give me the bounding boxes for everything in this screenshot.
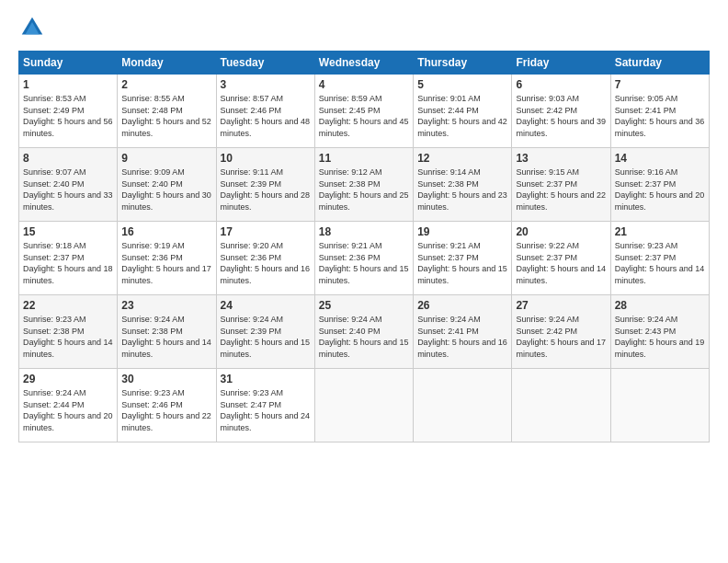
calendar-cell: 11 Sunrise: 9:12 AM Sunset: 2:38 PM Dayl… xyxy=(314,148,413,222)
day-detail: Sunrise: 8:57 AM Sunset: 2:46 PM Dayligh… xyxy=(221,93,311,139)
calendar-cell: 24 Sunrise: 9:24 AM Sunset: 2:39 PM Dayl… xyxy=(216,295,314,369)
day-detail: Sunrise: 9:12 AM Sunset: 2:38 PM Dayligh… xyxy=(319,167,409,213)
day-number: 14 xyxy=(615,152,705,165)
calendar-cell: 27 Sunrise: 9:24 AM Sunset: 2:42 PM Dayl… xyxy=(512,295,610,369)
day-detail: Sunrise: 9:20 AM Sunset: 2:36 PM Dayligh… xyxy=(221,240,311,286)
day-detail: Sunrise: 9:16 AM Sunset: 2:37 PM Dayligh… xyxy=(615,167,705,213)
day-number: 29 xyxy=(23,373,113,385)
calendar-cell: 23 Sunrise: 9:24 AM Sunset: 2:38 PM Dayl… xyxy=(118,295,216,369)
day-detail: Sunrise: 9:24 AM Sunset: 2:42 PM Dayligh… xyxy=(516,314,606,360)
day-detail: Sunrise: 9:19 AM Sunset: 2:36 PM Dayligh… xyxy=(121,240,211,286)
day-detail: Sunrise: 9:07 AM Sunset: 2:40 PM Dayligh… xyxy=(23,167,113,213)
week-row-4: 22 Sunrise: 9:23 AM Sunset: 2:38 PM Dayl… xyxy=(19,295,710,369)
day-header-thursday: Thursday xyxy=(414,52,512,75)
calendar-header-row: SundayMondayTuesdayWednesdayThursdayFrid… xyxy=(19,52,710,75)
calendar-cell: 14 Sunrise: 9:16 AM Sunset: 2:37 PM Dayl… xyxy=(610,148,709,222)
day-number: 6 xyxy=(516,78,606,91)
calendar-cell: 19 Sunrise: 9:21 AM Sunset: 2:37 PM Dayl… xyxy=(414,222,512,295)
day-number: 26 xyxy=(417,299,507,312)
calendar-cell: 1 Sunrise: 8:53 AM Sunset: 2:49 PM Dayli… xyxy=(19,75,118,148)
calendar-cell: 20 Sunrise: 9:22 AM Sunset: 2:37 PM Dayl… xyxy=(512,222,610,295)
day-number: 18 xyxy=(319,225,409,238)
day-number: 15 xyxy=(23,225,113,238)
day-detail: Sunrise: 9:05 AM Sunset: 2:41 PM Dayligh… xyxy=(615,93,705,139)
calendar-cell: 13 Sunrise: 9:15 AM Sunset: 2:37 PM Dayl… xyxy=(512,148,610,222)
day-detail: Sunrise: 9:24 AM Sunset: 2:38 PM Dayligh… xyxy=(121,314,211,360)
calendar-cell: 28 Sunrise: 9:24 AM Sunset: 2:43 PM Dayl… xyxy=(610,295,709,369)
day-number: 21 xyxy=(615,225,705,238)
calendar-cell: 18 Sunrise: 9:21 AM Sunset: 2:36 PM Dayl… xyxy=(314,222,413,295)
calendar-cell: 25 Sunrise: 9:24 AM Sunset: 2:40 PM Dayl… xyxy=(314,295,413,369)
day-detail: Sunrise: 9:18 AM Sunset: 2:37 PM Dayligh… xyxy=(23,240,113,286)
calendar-cell: 12 Sunrise: 9:14 AM Sunset: 2:38 PM Dayl… xyxy=(414,148,512,222)
calendar-cell: 29 Sunrise: 9:24 AM Sunset: 2:44 PM Dayl… xyxy=(19,369,118,442)
day-number: 31 xyxy=(221,373,311,385)
day-header-friday: Friday xyxy=(512,52,610,75)
calendar-table: SundayMondayTuesdayWednesdayThursdayFrid… xyxy=(18,51,710,442)
week-row-1: 1 Sunrise: 8:53 AM Sunset: 2:49 PM Dayli… xyxy=(19,75,710,148)
day-number: 11 xyxy=(319,152,409,165)
day-number: 19 xyxy=(417,225,507,238)
calendar-cell: 7 Sunrise: 9:05 AM Sunset: 2:41 PM Dayli… xyxy=(610,75,709,148)
calendar-cell: 5 Sunrise: 9:01 AM Sunset: 2:44 PM Dayli… xyxy=(414,75,512,148)
calendar-cell: 16 Sunrise: 9:19 AM Sunset: 2:36 PM Dayl… xyxy=(118,222,216,295)
calendar-cell: 17 Sunrise: 9:20 AM Sunset: 2:36 PM Dayl… xyxy=(216,222,314,295)
calendar-cell: 2 Sunrise: 8:55 AM Sunset: 2:48 PM Dayli… xyxy=(118,75,216,148)
day-detail: Sunrise: 9:15 AM Sunset: 2:37 PM Dayligh… xyxy=(516,167,606,213)
day-number: 30 xyxy=(121,373,211,385)
calendar-cell: 15 Sunrise: 9:18 AM Sunset: 2:37 PM Dayl… xyxy=(19,222,118,295)
day-number: 5 xyxy=(417,78,507,91)
day-number: 25 xyxy=(319,299,409,312)
day-number: 3 xyxy=(221,78,311,91)
day-header-tuesday: Tuesday xyxy=(216,52,314,75)
day-detail: Sunrise: 9:03 AM Sunset: 2:42 PM Dayligh… xyxy=(516,93,606,139)
day-number: 16 xyxy=(121,225,211,238)
calendar-cell: 4 Sunrise: 8:59 AM Sunset: 2:45 PM Dayli… xyxy=(314,75,413,148)
day-detail: Sunrise: 8:59 AM Sunset: 2:45 PM Dayligh… xyxy=(319,93,409,139)
calendar-cell xyxy=(414,369,512,442)
day-number: 13 xyxy=(516,152,606,165)
day-number: 17 xyxy=(221,225,311,238)
day-detail: Sunrise: 8:53 AM Sunset: 2:49 PM Dayligh… xyxy=(23,93,113,139)
day-detail: Sunrise: 9:24 AM Sunset: 2:40 PM Dayligh… xyxy=(319,314,409,360)
calendar-cell: 6 Sunrise: 9:03 AM Sunset: 2:42 PM Dayli… xyxy=(512,75,610,148)
day-detail: Sunrise: 9:24 AM Sunset: 2:41 PM Dayligh… xyxy=(417,314,507,360)
calendar-cell: 9 Sunrise: 9:09 AM Sunset: 2:40 PM Dayli… xyxy=(118,148,216,222)
day-header-wednesday: Wednesday xyxy=(314,52,413,75)
calendar-cell: 22 Sunrise: 9:23 AM Sunset: 2:38 PM Dayl… xyxy=(19,295,118,369)
day-detail: Sunrise: 9:11 AM Sunset: 2:39 PM Dayligh… xyxy=(221,167,311,213)
header xyxy=(18,14,710,41)
calendar-cell: 21 Sunrise: 9:23 AM Sunset: 2:37 PM Dayl… xyxy=(610,222,709,295)
day-header-saturday: Saturday xyxy=(610,52,709,75)
day-detail: Sunrise: 9:23 AM Sunset: 2:37 PM Dayligh… xyxy=(615,240,705,286)
week-row-3: 15 Sunrise: 9:18 AM Sunset: 2:37 PM Dayl… xyxy=(19,222,710,295)
day-detail: Sunrise: 9:01 AM Sunset: 2:44 PM Dayligh… xyxy=(417,93,507,139)
day-detail: Sunrise: 9:09 AM Sunset: 2:40 PM Dayligh… xyxy=(121,167,211,213)
week-row-5: 29 Sunrise: 9:24 AM Sunset: 2:44 PM Dayl… xyxy=(19,369,710,442)
day-number: 22 xyxy=(23,299,113,312)
day-number: 4 xyxy=(319,78,409,91)
day-number: 20 xyxy=(516,225,606,238)
calendar-cell: 8 Sunrise: 9:07 AM Sunset: 2:40 PM Dayli… xyxy=(19,148,118,222)
day-header-sunday: Sunday xyxy=(19,52,118,75)
day-detail: Sunrise: 9:23 AM Sunset: 2:38 PM Dayligh… xyxy=(23,314,113,360)
day-detail: Sunrise: 9:24 AM Sunset: 2:43 PM Dayligh… xyxy=(615,314,705,360)
calendar-cell xyxy=(512,369,610,442)
day-detail: Sunrise: 9:14 AM Sunset: 2:38 PM Dayligh… xyxy=(417,167,507,213)
day-number: 28 xyxy=(615,299,705,312)
day-number: 23 xyxy=(121,299,211,312)
day-detail: Sunrise: 9:24 AM Sunset: 2:44 PM Dayligh… xyxy=(23,387,113,433)
day-number: 10 xyxy=(221,152,311,165)
day-number: 1 xyxy=(23,78,113,91)
calendar-cell xyxy=(314,369,413,442)
day-detail: Sunrise: 9:24 AM Sunset: 2:39 PM Dayligh… xyxy=(221,314,311,360)
day-number: 9 xyxy=(121,152,211,165)
week-row-2: 8 Sunrise: 9:07 AM Sunset: 2:40 PM Dayli… xyxy=(19,148,710,222)
logo xyxy=(18,14,51,41)
day-detail: Sunrise: 9:23 AM Sunset: 2:47 PM Dayligh… xyxy=(221,387,311,433)
logo-icon xyxy=(18,14,46,41)
day-number: 8 xyxy=(23,152,113,165)
day-header-monday: Monday xyxy=(118,52,216,75)
day-number: 12 xyxy=(417,152,507,165)
day-number: 24 xyxy=(221,299,311,312)
